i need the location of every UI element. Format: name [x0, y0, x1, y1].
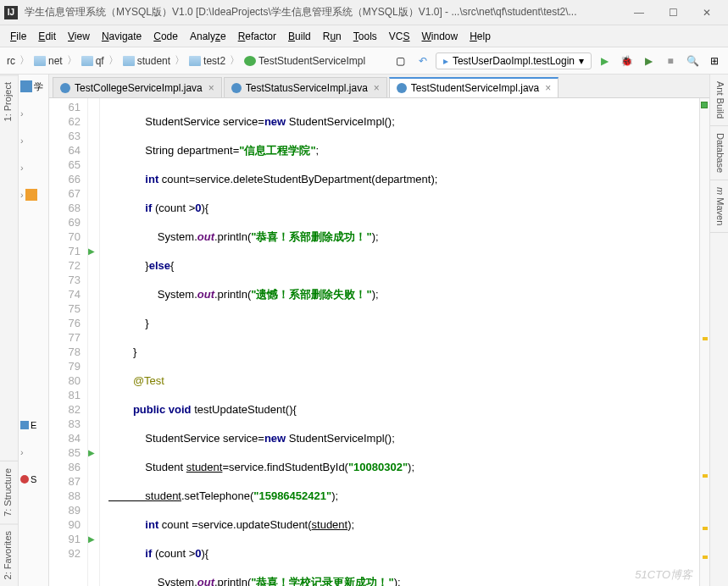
- build-icon[interactable]: ▢: [392, 52, 410, 70]
- run-config-label: TestUserDaoImpl.testLogin: [453, 55, 575, 67]
- java-icon: [231, 83, 242, 93]
- menu-tools[interactable]: Tools: [348, 28, 382, 45]
- breadcrumb-sep: 〉: [19, 53, 30, 68]
- tab-maven[interactable]: m Maven: [710, 180, 728, 233]
- back-icon[interactable]: ↶: [414, 52, 432, 70]
- menu-run[interactable]: Run: [318, 28, 347, 45]
- java-icon: [397, 83, 407, 93]
- menu-build[interactable]: Build: [283, 28, 316, 45]
- menu-view[interactable]: View: [63, 28, 95, 45]
- app-icon: IJ: [4, 6, 18, 19]
- menu-window[interactable]: Window: [416, 28, 463, 45]
- navigation-bar: rc〉 net〉 qf〉 student〉 test2〉 TestStudent…: [0, 47, 728, 75]
- arrow-icon[interactable]: ›: [20, 163, 24, 173]
- menu-help[interactable]: Help: [464, 28, 496, 45]
- coverage-button[interactable]: ▶: [639, 52, 658, 70]
- structure-icon: [20, 421, 29, 429]
- tab-project[interactable]: 1: Project: [0, 75, 18, 128]
- menu-code[interactable]: Code: [148, 28, 183, 45]
- breadcrumb-item[interactable]: qf: [79, 53, 107, 69]
- code-content[interactable]: StudentService service=new StudentServic…: [100, 98, 699, 586]
- library-icon: [25, 189, 37, 201]
- class-icon: [244, 56, 256, 66]
- left-tool-strip: 1: Project 7: Structure 2: Favorites: [0, 75, 19, 586]
- menu-edit[interactable]: Edit: [33, 28, 61, 45]
- error-stripe[interactable]: [699, 98, 709, 586]
- menu-refactor[interactable]: Refactor: [233, 28, 281, 45]
- close-icon[interactable]: ×: [372, 82, 381, 94]
- close-icon[interactable]: ×: [543, 82, 553, 94]
- run-button[interactable]: ▶: [595, 52, 614, 70]
- watermark: 51CTO博客: [635, 567, 692, 582]
- tab-ant-build[interactable]: Ant Build: [710, 75, 728, 126]
- project-structure-icon[interactable]: ⊞: [705, 52, 724, 70]
- titlebar: IJ 学生信息管理系统（MYSQL版）V1.0 [D:\IdeaProjects…: [0, 0, 728, 25]
- search-icon[interactable]: 🔍: [683, 52, 702, 70]
- maximize-button[interactable]: ☐: [656, 1, 690, 25]
- arrow-icon[interactable]: ›: [20, 190, 24, 200]
- tab-structure[interactable]: 7: Structure: [0, 461, 18, 523]
- editor-area: TestCollegeServiceImpl.java× TestStatusS…: [49, 75, 709, 586]
- close-icon[interactable]: ×: [207, 82, 216, 94]
- run-gutter[interactable]: ▶ ▶ ▶: [88, 98, 100, 586]
- chevron-down-icon: ▾: [579, 55, 584, 67]
- breadcrumb: rc〉 net〉 qf〉 student〉 test2〉 TestStudent…: [4, 53, 390, 69]
- editor-tabs: TestCollegeServiceImpl.java× TestStatusS…: [49, 75, 709, 98]
- breadcrumb-item[interactable]: student: [120, 53, 173, 69]
- run-test-icon[interactable]: ▶: [88, 244, 95, 258]
- folder-icon: [81, 56, 93, 66]
- java-icon: [60, 83, 70, 93]
- breadcrumb-item[interactable]: net: [31, 53, 65, 69]
- menu-vcs[interactable]: VCS: [384, 28, 415, 45]
- editor-tab[interactable]: TestCollegeServiceImpl.java×: [53, 77, 222, 97]
- line-number-gutter: 61626364 65666768 69707172 73747576 7778…: [49, 98, 88, 586]
- run-config-selector[interactable]: ▸ TestUserDaoImpl.testLogin ▾: [436, 53, 592, 69]
- project-panel-collapsed: 学 › › › › E › S: [19, 75, 49, 586]
- run-test-icon[interactable]: ▶: [88, 445, 95, 460]
- folder-icon: [34, 56, 46, 66]
- debug-button[interactable]: 🐞: [617, 52, 636, 70]
- project-icon: [20, 80, 32, 92]
- tab-database[interactable]: Database: [710, 126, 728, 180]
- folder-icon: [123, 56, 135, 66]
- breadcrumb-item[interactable]: test2: [186, 53, 228, 69]
- minimize-button[interactable]: —: [622, 1, 656, 25]
- menubar: File Edit View Navigate Code Analyze Ref…: [0, 25, 728, 47]
- folder-icon: [189, 56, 201, 66]
- breadcrumb-item[interactable]: rc: [4, 53, 18, 69]
- breakpoint-icon: [20, 475, 29, 484]
- menu-navigate[interactable]: Navigate: [97, 28, 147, 45]
- arrow-icon[interactable]: ›: [20, 108, 24, 119]
- stop-button[interactable]: ■: [661, 52, 680, 70]
- editor-tab-active[interactable]: TestStudentServiceImpl.java×: [389, 77, 559, 97]
- close-button[interactable]: ✕: [690, 1, 724, 25]
- menu-analyze[interactable]: Analyze: [185, 28, 231, 45]
- right-tool-strip: Ant Build Database m Maven: [709, 75, 728, 586]
- code-editor[interactable]: 61626364 65666768 69707172 73747576 7778…: [49, 98, 709, 586]
- window-title: 学生信息管理系统（MYSQL版）V1.0 [D:\IdeaProjects\学生…: [25, 5, 622, 19]
- tab-favorites[interactable]: 2: Favorites: [0, 523, 18, 586]
- arrow-icon[interactable]: ›: [20, 447, 24, 457]
- breadcrumb-item[interactable]: TestStudentServiceImpl: [242, 53, 368, 69]
- editor-tab[interactable]: TestStatusServiceImpl.java×: [224, 77, 387, 97]
- arrow-icon[interactable]: ›: [20, 135, 24, 146]
- menu-file[interactable]: File: [5, 28, 31, 45]
- run-test-icon[interactable]: ▶: [88, 532, 95, 546]
